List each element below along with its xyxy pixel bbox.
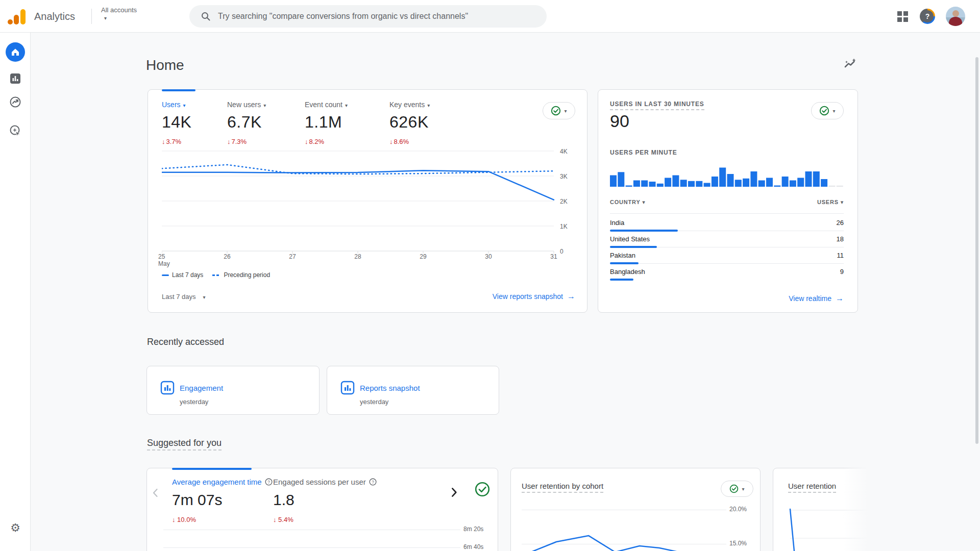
chevron-down-icon: ▾ — [263, 103, 266, 108]
sidebar-item-advertising[interactable] — [9, 124, 21, 137]
metric-tab-new-users[interactable]: New users▾6.7K↓7.3% — [227, 101, 266, 145]
help-circle-icon: ? — [265, 478, 273, 486]
users-column-header[interactable]: USERS ▾ — [817, 199, 844, 206]
account-switcher-label: All accounts — [101, 6, 137, 14]
cohort-line-chart — [522, 504, 727, 551]
apps-grid-icon[interactable] — [895, 9, 910, 23]
tab-label: Engaged sessions per user ? — [273, 478, 377, 486]
y-tick-label: 20.0% — [729, 506, 747, 513]
recent-card-title: Reports snapshot — [360, 384, 420, 392]
x-tick-label: 27 — [289, 253, 296, 260]
recent-card-reports-snapshot[interactable]: Reports snapshotyesterday — [327, 366, 499, 415]
legend-item: Preceding period — [212, 271, 270, 279]
product-name: Analytics — [34, 0, 75, 33]
metric-label: Event count▾ — [305, 101, 348, 109]
country-column-header[interactable]: COUNTRY ▾ — [610, 199, 646, 205]
settings-gear-icon[interactable]: ⚙ — [9, 522, 21, 534]
table-row: Pakistan11 — [610, 249, 844, 265]
insights-icon[interactable] — [842, 56, 859, 72]
metric-label: Users▾ — [162, 101, 191, 109]
account-switcher[interactable]: All accounts ▾ — [101, 6, 137, 21]
metric-tab-users[interactable]: Users▾14K↓3.7% — [162, 101, 191, 145]
arrow-right-icon: → — [836, 294, 844, 303]
metric-delta: ↓8.6% — [389, 138, 430, 145]
carousel-next-button[interactable] — [447, 486, 460, 499]
arrow-down-icon: ↓ — [227, 138, 231, 145]
svg-text:?: ? — [372, 480, 374, 485]
carousel-prev-button[interactable] — [150, 487, 162, 499]
chevron-down-icon: ▾ — [203, 294, 206, 300]
sidebar-item-reports[interactable] — [10, 73, 20, 84]
retention-line-chart — [786, 504, 873, 551]
data-quality-pill[interactable]: ▾ — [543, 102, 575, 119]
arrow-down-icon: ↓ — [172, 516, 176, 523]
help-icon[interactable]: ? — [920, 9, 935, 24]
users-count: 18 — [837, 235, 844, 243]
users-last-30-min-value: 90 — [610, 111, 629, 131]
chevron-down-icon: ▾ — [183, 103, 186, 108]
y-tick-label: 4K — [560, 148, 568, 155]
country-name: United States — [610, 235, 650, 243]
avatar[interactable] — [946, 7, 965, 26]
report-icon — [160, 381, 175, 395]
table-row: Bangladesh9 — [610, 265, 844, 282]
active-tab-indicator — [172, 468, 252, 470]
page-title: Home — [146, 57, 184, 73]
metric-label: New users▾ — [227, 101, 266, 109]
metric-tab-key-events[interactable]: Key events▾626K↓8.6% — [389, 101, 430, 145]
date-range-selector[interactable]: Last 7 days▾ — [162, 293, 206, 300]
arrow-down-icon: ↓ — [389, 138, 393, 145]
view-reports-snapshot-link[interactable]: View reports snapshot→ — [493, 292, 575, 301]
arrow-down-icon: ↓ — [162, 138, 165, 145]
recently-accessed-title: Recently accessed — [147, 337, 224, 347]
search-input[interactable]: Try searching "compare conversions from … — [189, 5, 547, 28]
tab-value: 7m 07s — [172, 491, 273, 509]
row-bar — [610, 230, 844, 232]
y-tick-label: 2K — [560, 198, 568, 205]
y-tick-label: 8m 20s — [463, 525, 483, 533]
legend-marker — [212, 274, 220, 276]
realtime-heading: USERS IN LAST 30 MINUTES — [610, 101, 704, 108]
legend-item: Last 7 days — [162, 271, 203, 279]
retention-card-title: User retention — [788, 482, 836, 490]
metric-value: 6.7K — [227, 113, 266, 132]
metric-label: Key events▾ — [389, 101, 430, 109]
advertising-icon — [9, 124, 21, 137]
row-bar — [610, 279, 844, 281]
metric-value: 1.1M — [305, 113, 348, 132]
data-quality-pill[interactable]: ▾ — [721, 481, 753, 497]
home-icon — [10, 47, 20, 57]
country-name: Bangladesh — [610, 268, 645, 276]
analytics-logo-icon[interactable] — [7, 7, 26, 26]
users-bar — [610, 246, 657, 248]
metric-value: 14K — [162, 113, 191, 132]
table-row: India26 — [610, 216, 844, 233]
sidebar-item-explore[interactable] — [9, 96, 21, 108]
arrow-down-icon: ↓ — [273, 516, 277, 523]
vertical-scrollbar[interactable] — [975, 57, 978, 444]
y-tick-label: 6m 40s — [463, 543, 483, 550]
users-per-minute-heading: USERS PER MINUTE — [610, 149, 677, 156]
legend-marker — [162, 274, 169, 276]
tab-label: Average engagement time ? — [172, 478, 273, 486]
metric-tab-event-count[interactable]: Event count▾1.1M↓8.2% — [305, 101, 348, 145]
engagement-tab-2[interactable]: Engaged sessions per user ?1.8↓ 5.4% — [273, 478, 377, 523]
y-tick-label: 15.0% — [729, 540, 747, 547]
row-bar — [610, 246, 844, 248]
data-quality-pill[interactable]: ▾ — [811, 102, 844, 119]
table-divider — [610, 213, 844, 214]
svg-text:?: ? — [267, 480, 270, 485]
engagement-tab-1[interactable]: Average engagement time ?7m 07s↓ 10.0% — [172, 478, 273, 523]
recent-card-engagement[interactable]: Engagementyesterday — [146, 366, 320, 415]
help-circle-icon: ? — [369, 478, 377, 486]
users-bar — [610, 262, 639, 264]
sidebar-item-home[interactable] — [6, 42, 25, 62]
view-realtime-link[interactable]: View realtime→ — [789, 294, 844, 303]
x-tick-label: 30 — [485, 253, 492, 260]
explore-icon — [9, 96, 21, 108]
bar-chart-icon — [10, 73, 20, 84]
data-quality-check[interactable] — [474, 481, 491, 497]
users-per-minute-bar-chart — [610, 165, 844, 188]
metric-delta: ↓3.7% — [162, 138, 191, 145]
y-tick-label: 3K — [560, 173, 568, 180]
